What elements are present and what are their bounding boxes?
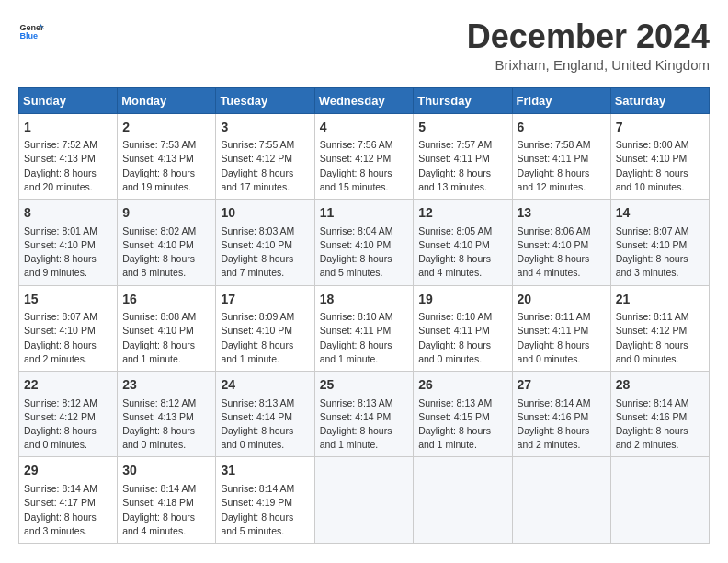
svg-text:Blue: Blue [19, 31, 38, 40]
day-number: 1 [24, 119, 112, 137]
day-detail: Sunrise: 8:00 AMSunset: 4:10 PMDaylight:… [616, 138, 704, 194]
day-number: 3 [221, 119, 309, 137]
day-number: 11 [320, 204, 409, 223]
calendar-day-cell: 14Sunrise: 8:07 AMSunset: 4:10 PMDayligh… [610, 200, 709, 285]
title-block: December 2024 Brixham, England, United K… [467, 18, 710, 73]
calendar-day-cell: 11Sunrise: 8:04 AMSunset: 4:10 PMDayligh… [314, 200, 414, 285]
day-detail: Sunrise: 8:11 AMSunset: 4:12 PMDaylight:… [616, 310, 704, 366]
calendar-day-cell: 7Sunrise: 8:00 AMSunset: 4:10 PMDaylight… [610, 113, 709, 199]
day-number: 13 [518, 204, 606, 223]
calendar-day-cell: 6Sunrise: 7:58 AMSunset: 4:11 PMDaylight… [512, 113, 610, 199]
calendar-week-row: 22Sunrise: 8:12 AMSunset: 4:12 PMDayligh… [19, 372, 710, 457]
day-number: 23 [122, 376, 210, 395]
day-detail: Sunrise: 8:02 AMSunset: 4:10 PMDaylight:… [122, 224, 210, 281]
day-detail: Sunrise: 8:14 AMSunset: 4:19 PMDaylight:… [221, 482, 309, 538]
calendar-day-cell [512, 457, 610, 543]
day-number: 24 [221, 376, 309, 395]
day-detail: Sunrise: 8:06 AMSunset: 4:10 PMDaylight:… [518, 224, 606, 281]
day-number: 19 [418, 291, 506, 309]
day-detail: Sunrise: 8:05 AMSunset: 4:10 PMDaylight:… [418, 224, 506, 281]
calendar-day-cell: 25Sunrise: 8:13 AMSunset: 4:14 PMDayligh… [314, 372, 414, 457]
calendar-day-cell: 15Sunrise: 8:07 AMSunset: 4:10 PMDayligh… [19, 285, 118, 371]
day-number: 5 [418, 119, 506, 137]
day-number: 9 [122, 204, 210, 223]
location-subtitle: Brixham, England, United Kingdom [467, 57, 710, 73]
calendar-header-thursday: Thursday [414, 87, 512, 113]
calendar-day-cell: 16Sunrise: 8:08 AMSunset: 4:10 PMDayligh… [118, 285, 216, 371]
day-detail: Sunrise: 8:12 AMSunset: 4:12 PMDaylight:… [24, 396, 112, 453]
day-number: 17 [221, 291, 309, 309]
day-detail: Sunrise: 8:10 AMSunset: 4:11 PMDaylight:… [418, 310, 506, 366]
day-detail: Sunrise: 8:13 AMSunset: 4:14 PMDaylight:… [320, 396, 409, 453]
calendar-day-cell: 4Sunrise: 7:56 AMSunset: 4:12 PMDaylight… [314, 113, 414, 199]
calendar-header-friday: Friday [512, 87, 610, 113]
day-number: 16 [122, 291, 210, 309]
day-number: 22 [24, 376, 112, 395]
calendar-day-cell: 26Sunrise: 8:13 AMSunset: 4:15 PMDayligh… [414, 372, 512, 457]
day-detail: Sunrise: 7:55 AMSunset: 4:12 PMDaylight:… [221, 138, 309, 194]
calendar-day-cell: 8Sunrise: 8:01 AMSunset: 4:10 PMDaylight… [19, 200, 118, 285]
day-detail: Sunrise: 8:03 AMSunset: 4:10 PMDaylight:… [221, 224, 309, 281]
day-number: 2 [122, 119, 210, 137]
day-detail: Sunrise: 8:14 AMSunset: 4:16 PMDaylight:… [518, 396, 606, 453]
day-detail: Sunrise: 7:56 AMSunset: 4:12 PMDaylight:… [320, 138, 409, 194]
calendar-day-cell: 5Sunrise: 7:57 AMSunset: 4:11 PMDaylight… [414, 113, 512, 199]
calendar-header-sunday: Sunday [19, 87, 118, 113]
day-detail: Sunrise: 7:52 AMSunset: 4:13 PMDaylight:… [24, 138, 112, 194]
day-detail: Sunrise: 8:08 AMSunset: 4:10 PMDaylight:… [122, 310, 210, 366]
calendar-day-cell: 17Sunrise: 8:09 AMSunset: 4:10 PMDayligh… [216, 285, 314, 371]
day-number: 14 [616, 204, 704, 223]
day-detail: Sunrise: 8:14 AMSunset: 4:16 PMDaylight:… [616, 396, 704, 453]
day-detail: Sunrise: 8:14 AMSunset: 4:18 PMDaylight:… [122, 482, 210, 538]
day-detail: Sunrise: 7:53 AMSunset: 4:13 PMDaylight:… [122, 138, 210, 194]
calendar-week-row: 29Sunrise: 8:14 AMSunset: 4:17 PMDayligh… [19, 457, 710, 543]
day-number: 28 [616, 376, 704, 395]
calendar-day-cell: 13Sunrise: 8:06 AMSunset: 4:10 PMDayligh… [512, 200, 610, 285]
calendar-week-row: 15Sunrise: 8:07 AMSunset: 4:10 PMDayligh… [19, 285, 710, 371]
day-number: 7 [616, 119, 704, 137]
day-number: 18 [320, 291, 409, 309]
day-detail: Sunrise: 8:01 AMSunset: 4:10 PMDaylight:… [24, 224, 112, 281]
calendar-table: SundayMondayTuesdayWednesdayThursdayFrid… [18, 87, 710, 544]
day-number: 8 [24, 204, 112, 223]
day-number: 31 [221, 462, 309, 480]
day-number: 27 [518, 376, 606, 395]
logo-icon: General Blue [18, 18, 44, 44]
calendar-day-cell: 23Sunrise: 8:12 AMSunset: 4:13 PMDayligh… [118, 372, 216, 457]
day-detail: Sunrise: 8:11 AMSunset: 4:11 PMDaylight:… [518, 310, 606, 366]
calendar-day-cell: 22Sunrise: 8:12 AMSunset: 4:12 PMDayligh… [19, 372, 118, 457]
day-detail: Sunrise: 7:57 AMSunset: 4:11 PMDaylight:… [418, 138, 506, 194]
calendar-day-cell: 3Sunrise: 7:55 AMSunset: 4:12 PMDaylight… [216, 113, 314, 199]
calendar-header-row: SundayMondayTuesdayWednesdayThursdayFrid… [19, 87, 710, 113]
calendar-day-cell: 2Sunrise: 7:53 AMSunset: 4:13 PMDaylight… [118, 113, 216, 199]
day-detail: Sunrise: 8:04 AMSunset: 4:10 PMDaylight:… [320, 224, 409, 281]
page-header: General Blue December 2024 Brixham, Engl… [18, 18, 710, 73]
calendar-day-cell: 20Sunrise: 8:11 AMSunset: 4:11 PMDayligh… [512, 285, 610, 371]
calendar-header-wednesday: Wednesday [314, 87, 414, 113]
calendar-day-cell [610, 457, 709, 543]
day-number: 25 [320, 376, 409, 395]
day-number: 4 [320, 119, 409, 137]
calendar-day-cell: 27Sunrise: 8:14 AMSunset: 4:16 PMDayligh… [512, 372, 610, 457]
day-detail: Sunrise: 8:10 AMSunset: 4:11 PMDaylight:… [320, 310, 409, 366]
day-number: 12 [418, 204, 506, 223]
day-detail: Sunrise: 8:07 AMSunset: 4:10 PMDaylight:… [24, 310, 112, 366]
calendar-day-cell: 1Sunrise: 7:52 AMSunset: 4:13 PMDaylight… [19, 113, 118, 199]
calendar-day-cell [314, 457, 414, 543]
calendar-day-cell: 10Sunrise: 8:03 AMSunset: 4:10 PMDayligh… [216, 200, 314, 285]
calendar-day-cell: 18Sunrise: 8:10 AMSunset: 4:11 PMDayligh… [314, 285, 414, 371]
day-detail: Sunrise: 8:09 AMSunset: 4:10 PMDaylight:… [221, 310, 309, 366]
day-number: 20 [518, 291, 606, 309]
calendar-day-cell: 21Sunrise: 8:11 AMSunset: 4:12 PMDayligh… [610, 285, 709, 371]
calendar-day-cell: 24Sunrise: 8:13 AMSunset: 4:14 PMDayligh… [216, 372, 314, 457]
calendar-day-cell: 12Sunrise: 8:05 AMSunset: 4:10 PMDayligh… [414, 200, 512, 285]
day-number: 15 [24, 291, 112, 309]
day-detail: Sunrise: 8:13 AMSunset: 4:14 PMDaylight:… [221, 396, 309, 453]
day-number: 29 [24, 462, 112, 480]
calendar-day-cell: 19Sunrise: 8:10 AMSunset: 4:11 PMDayligh… [414, 285, 512, 371]
day-detail: Sunrise: 8:07 AMSunset: 4:10 PMDaylight:… [616, 224, 704, 281]
calendar-day-cell: 9Sunrise: 8:02 AMSunset: 4:10 PMDaylight… [118, 200, 216, 285]
logo: General Blue [18, 18, 44, 44]
calendar-day-cell: 31Sunrise: 8:14 AMSunset: 4:19 PMDayligh… [216, 457, 314, 543]
calendar-week-row: 1Sunrise: 7:52 AMSunset: 4:13 PMDaylight… [19, 113, 710, 199]
